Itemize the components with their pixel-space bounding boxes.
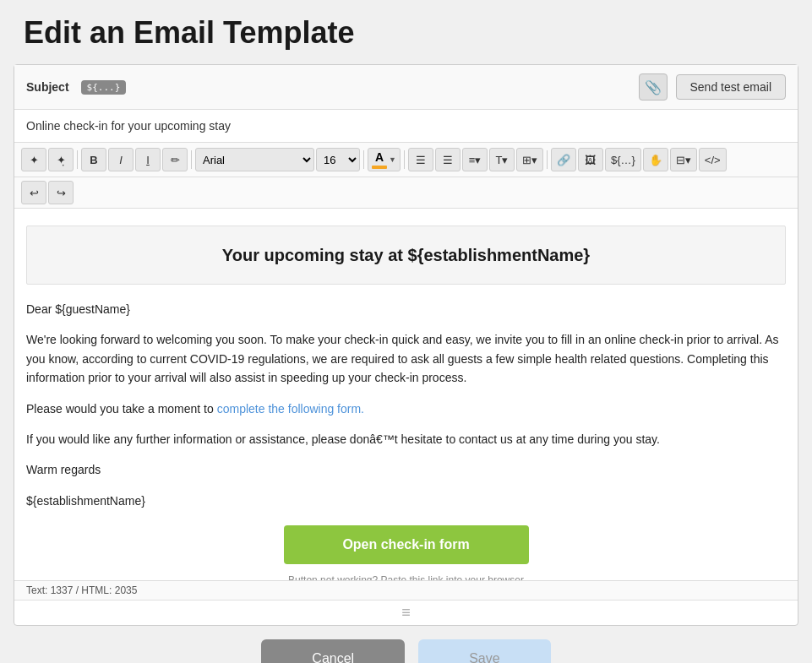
scroll-icon: ≡: [401, 604, 411, 622]
bold-button[interactable]: B: [81, 148, 106, 171]
email-header-block: Your upcoming stay at ${establishmentNam…: [26, 226, 786, 285]
toolbar-row1: ✦ ✦̣ B I I ✏ Arial Times New Roman Georg…: [14, 143, 798, 177]
subject-variable-badge[interactable]: ${...}: [81, 80, 127, 95]
toolbar-separator: [77, 150, 78, 169]
variable-button[interactable]: ${…}: [605, 148, 641, 171]
email-body-paragraph3: If you would like any further informatio…: [26, 430, 786, 448]
table-button[interactable]: ⊞▾: [516, 148, 543, 171]
email-closing-line2: ${establishmentName}: [26, 492, 786, 510]
subject-row: Subject ${...} 📎 Send test email: [14, 65, 798, 110]
send-test-email-button[interactable]: Send test email: [676, 74, 787, 100]
hand-tool-button[interactable]: ✋: [643, 148, 668, 171]
font-size-select[interactable]: 16 12 14 18 24: [316, 148, 360, 171]
ordered-list-button[interactable]: ☰: [435, 148, 460, 171]
toolbar-row2: ↩ ↪: [14, 177, 798, 209]
save-button[interactable]: Save: [418, 639, 550, 663]
email-body[interactable]: Your upcoming stay at ${establishmentNam…: [14, 209, 798, 580]
open-check-in-form-button[interactable]: Open check-in form: [284, 525, 529, 564]
text-color-icon: A: [372, 150, 387, 169]
toolbar-separator5: [547, 150, 548, 169]
toolbar-separator3: [363, 150, 364, 169]
select-mode-button[interactable]: ✦: [21, 148, 46, 171]
unordered-list-button[interactable]: ☰: [408, 148, 433, 171]
email-body-paragraph1: We're looking forward to welcoming you s…: [26, 330, 786, 387]
cancel-button[interactable]: Cancel: [261, 639, 405, 663]
page-title: Edit an Email Template: [0, 0, 812, 64]
email-closing-line1: Warm regards: [26, 460, 786, 479]
source-button[interactable]: </>: [699, 148, 727, 171]
toolbar-separator4: [404, 150, 405, 169]
text-color-button[interactable]: A ▼: [368, 148, 401, 171]
italic-button[interactable]: I: [108, 148, 134, 171]
email-form-link[interactable]: complete the following form.: [217, 402, 364, 416]
button-fallback-text: Button not working? Paste this link into…: [26, 573, 786, 580]
subject-label: Subject: [26, 80, 69, 94]
redo-button[interactable]: ↪: [48, 181, 74, 204]
email-body-paragraph2: Please would you take a moment to comple…: [26, 399, 786, 418]
link-button[interactable]: 🔗: [551, 148, 576, 171]
font-family-select[interactable]: Arial Times New Roman Georgia: [195, 148, 314, 171]
email-greeting: Dear ${guestName}: [26, 300, 786, 318]
attach-button[interactable]: 📎: [639, 73, 668, 101]
underline-button[interactable]: I: [135, 148, 161, 171]
effects-button[interactable]: ✦̣: [48, 148, 74, 171]
more-options-button[interactable]: ⊟▾: [670, 148, 697, 171]
image-button[interactable]: 🖼: [578, 148, 603, 171]
email-header-text: Your upcoming stay at ${establishmentNam…: [222, 246, 590, 264]
subject-input[interactable]: [26, 119, 786, 133]
strikethrough-button[interactable]: ✏: [162, 148, 188, 171]
bottom-bar: Cancel Save: [0, 626, 812, 663]
subject-input-row: [14, 110, 798, 143]
status-bar: Text: 1337 / HTML: 2035: [14, 580, 798, 600]
toolbar-separator2: [191, 150, 192, 169]
scroll-indicator: ≡: [14, 600, 798, 625]
text-style-button[interactable]: T▾: [489, 148, 515, 171]
align-button[interactable]: ≡▾: [462, 148, 488, 171]
email-body2-prefix: Please would you take a moment to: [26, 402, 217, 416]
email-editor: Subject ${...} 📎 Send test email ✦ ✦̣ B …: [14, 64, 798, 626]
undo-button[interactable]: ↩: [21, 181, 46, 204]
